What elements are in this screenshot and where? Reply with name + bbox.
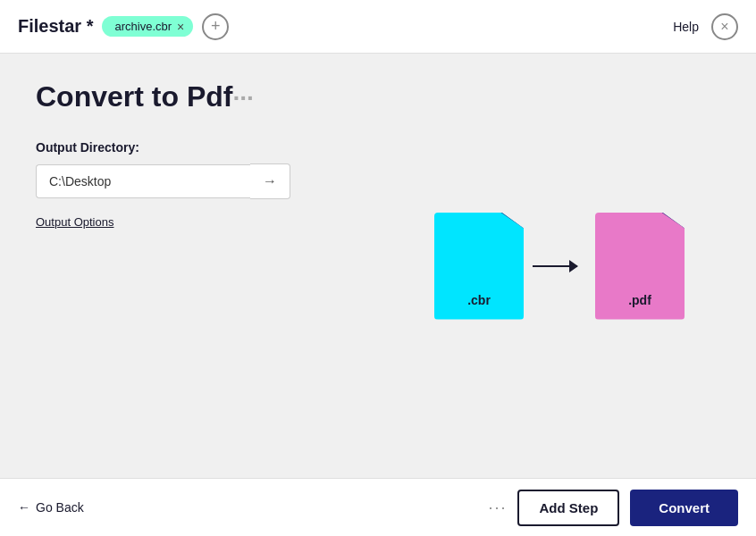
header-left: Filestar * archive.cbr × + <box>18 13 229 40</box>
more-options-button[interactable]: ··· <box>488 498 507 517</box>
go-back-arrow-icon: ← <box>18 500 30 515</box>
footer: ← Go Back ··· Add Step Convert <box>0 478 756 536</box>
page-title-text: Convert to Pdf <box>36 80 232 113</box>
close-button[interactable]: × <box>711 13 738 40</box>
conversion-illustration: .cbr .pdf <box>434 213 685 320</box>
target-file-body: .pdf <box>595 213 685 320</box>
add-step-button[interactable]: Add Step <box>517 490 619 526</box>
page-title: Convert to Pdf··· <box>36 80 720 113</box>
source-file-icon: .cbr <box>434 213 524 320</box>
go-back-button[interactable]: ← Go Back <box>18 500 84 515</box>
output-options-link[interactable]: Output Options <box>36 215 113 229</box>
go-back-label: Go Back <box>36 500 84 515</box>
add-tab-button[interactable]: + <box>202 13 229 40</box>
output-row: → <box>36 163 720 199</box>
output-directory-input[interactable] <box>36 164 250 198</box>
conversion-arrow <box>533 265 586 267</box>
file-tag-label: archive.cbr <box>114 20 172 33</box>
output-label: Output Directory: <box>36 140 720 155</box>
help-link[interactable]: Help <box>673 20 699 34</box>
arrow-line <box>533 265 577 267</box>
main-content: Convert to Pdf··· Output Directory: → Ou… <box>0 54 756 478</box>
footer-right: ··· Add Step Convert <box>488 490 738 526</box>
source-file-ext: .cbr <box>467 293 491 307</box>
convert-button[interactable]: Convert <box>630 490 738 526</box>
target-file-corner <box>661 213 685 229</box>
source-file-corner <box>500 213 524 229</box>
header-right: Help × <box>673 13 738 40</box>
target-file-icon: .pdf <box>595 213 685 320</box>
source-file-body: .cbr <box>434 213 524 320</box>
app-title: Filestar * <box>18 16 93 37</box>
file-tag-close-icon[interactable]: × <box>177 21 184 33</box>
browse-button[interactable]: → <box>250 163 290 199</box>
header: Filestar * archive.cbr × + Help × <box>0 0 756 54</box>
file-tag: archive.cbr × <box>102 16 193 37</box>
page-title-dots: ··· <box>232 84 253 112</box>
more-dots-icon: ··· <box>488 498 507 517</box>
target-file-ext: .pdf <box>628 293 651 307</box>
